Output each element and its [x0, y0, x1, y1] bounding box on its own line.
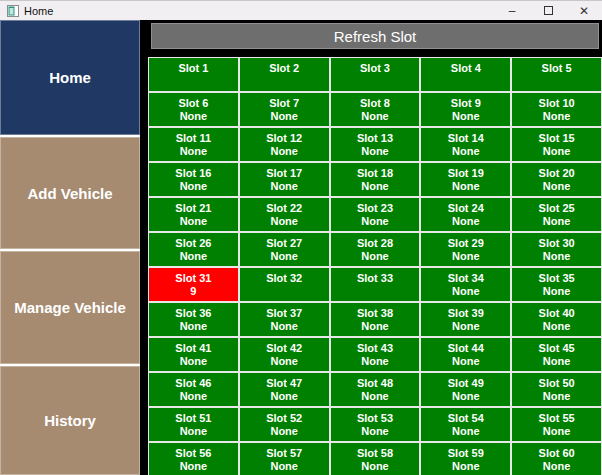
slot-button-41[interactable]: Slot 41None: [149, 338, 238, 371]
slot-value: None: [452, 285, 480, 298]
slot-value: None: [270, 390, 298, 403]
sidebar-item-home[interactable]: Home: [0, 20, 140, 135]
slot-button-13[interactable]: Slot 13None: [331, 128, 420, 161]
slot-button-10[interactable]: Slot 10None: [512, 93, 601, 126]
slot-title: Slot 23: [357, 202, 393, 215]
slot-button-25[interactable]: Slot 25None: [512, 198, 601, 231]
slot-title: Slot 8: [360, 97, 390, 110]
slot-value: None: [452, 215, 480, 228]
slot-button-37[interactable]: Slot 37None: [240, 303, 329, 336]
slot-button-7[interactable]: Slot 7None: [240, 93, 329, 126]
slot-button-9[interactable]: Slot 9None: [421, 93, 510, 126]
slot-title: Slot 40: [539, 307, 575, 320]
slot-button-11[interactable]: Slot 11None: [149, 128, 238, 161]
slot-button-20[interactable]: Slot 20None: [512, 163, 601, 196]
slot-button-29[interactable]: Slot 29None: [421, 233, 510, 266]
slot-button-1[interactable]: Slot 1: [149, 58, 238, 91]
slot-value: None: [361, 180, 389, 193]
slot-button-22[interactable]: Slot 22None: [240, 198, 329, 231]
slot-button-26[interactable]: Slot 26None: [149, 233, 238, 266]
slot-button-30[interactable]: Slot 30None: [512, 233, 601, 266]
slot-title: Slot 36: [175, 307, 211, 320]
slot-title: Slot 58: [357, 447, 393, 460]
slot-button-57[interactable]: Slot 57None: [240, 443, 329, 475]
slot-button-14[interactable]: Slot 14None: [421, 128, 510, 161]
maximize-icon: [544, 6, 553, 15]
slot-button-51[interactable]: Slot 51None: [149, 408, 238, 441]
slot-button-46[interactable]: Slot 46None: [149, 373, 238, 406]
slot-button-12[interactable]: Slot 12None: [240, 128, 329, 161]
slot-value: None: [180, 460, 208, 473]
slot-button-16[interactable]: Slot 16None: [149, 163, 238, 196]
slot-button-8[interactable]: Slot 8None: [331, 93, 420, 126]
slot-button-32[interactable]: Slot 32: [240, 268, 329, 301]
slot-button-56[interactable]: Slot 56None: [149, 443, 238, 475]
slot-button-45[interactable]: Slot 45None: [512, 338, 601, 371]
slot-button-5[interactable]: Slot 5: [512, 58, 601, 91]
slot-title: Slot 7: [269, 97, 299, 110]
slot-title: Slot 35: [539, 272, 575, 285]
sidebar-item-history[interactable]: History: [0, 366, 140, 475]
slot-title: Slot 24: [448, 202, 484, 215]
slot-button-44[interactable]: Slot 44None: [421, 338, 510, 371]
slot-button-54[interactable]: Slot 54None: [421, 408, 510, 441]
slot-button-27[interactable]: Slot 27None: [240, 233, 329, 266]
slot-button-36[interactable]: Slot 36None: [149, 303, 238, 336]
refresh-slot-button[interactable]: Refresh Slot: [151, 23, 599, 49]
slot-button-3[interactable]: Slot 3: [331, 58, 420, 91]
slot-button-40[interactable]: Slot 40None: [512, 303, 601, 336]
slot-button-33[interactable]: Slot 33: [331, 268, 420, 301]
maximize-button[interactable]: [530, 1, 566, 20]
slot-button-55[interactable]: Slot 55None: [512, 408, 601, 441]
slot-value: None: [180, 390, 208, 403]
slot-title: Slot 59: [448, 447, 484, 460]
minimize-button[interactable]: –: [494, 1, 530, 20]
slot-button-48[interactable]: Slot 48None: [331, 373, 420, 406]
slot-title: Slot 18: [357, 167, 393, 180]
slot-value: None: [452, 425, 480, 438]
slot-button-28[interactable]: Slot 28None: [331, 233, 420, 266]
slot-button-39[interactable]: Slot 39None: [421, 303, 510, 336]
slot-button-35[interactable]: Slot 35None: [512, 268, 601, 301]
sidebar-item-manage-vehicle[interactable]: Manage Vehicle: [0, 251, 140, 364]
slot-button-52[interactable]: Slot 52None: [240, 408, 329, 441]
sidebar-item-add-vehicle[interactable]: Add Vehicle: [0, 137, 140, 249]
slot-value: None: [452, 250, 480, 263]
slot-button-47[interactable]: Slot 47None: [240, 373, 329, 406]
slot-button-34[interactable]: Slot 34None: [421, 268, 510, 301]
slot-title: Slot 38: [357, 307, 393, 320]
slot-title: Slot 49: [448, 377, 484, 390]
slot-button-4[interactable]: Slot 4: [421, 58, 510, 91]
slot-value: None: [270, 250, 298, 263]
slot-button-42[interactable]: Slot 42None: [240, 338, 329, 371]
slot-button-31[interactable]: Slot 319: [149, 268, 238, 301]
slot-title: Slot 43: [357, 342, 393, 355]
slot-title: Slot 14: [448, 132, 484, 145]
slot-value: None: [180, 355, 208, 368]
slot-button-24[interactable]: Slot 24None: [421, 198, 510, 231]
slot-button-17[interactable]: Slot 17None: [240, 163, 329, 196]
slot-value: None: [452, 460, 480, 473]
slot-title: Slot 26: [175, 237, 211, 250]
slot-button-19[interactable]: Slot 19None: [421, 163, 510, 196]
slot-button-50[interactable]: Slot 50None: [512, 373, 601, 406]
slot-button-15[interactable]: Slot 15None: [512, 128, 601, 161]
slot-button-18[interactable]: Slot 18None: [331, 163, 420, 196]
slot-button-60[interactable]: Slot 60None: [512, 443, 601, 475]
close-button[interactable]: ✕: [566, 1, 602, 20]
slot-button-2[interactable]: Slot 2: [240, 58, 329, 91]
slot-value: None: [543, 250, 571, 263]
slot-button-49[interactable]: Slot 49None: [421, 373, 510, 406]
slot-button-23[interactable]: Slot 23None: [331, 198, 420, 231]
slot-button-6[interactable]: Slot 6None: [149, 93, 238, 126]
slot-value: None: [543, 215, 571, 228]
slot-button-53[interactable]: Slot 53None: [331, 408, 420, 441]
slot-button-43[interactable]: Slot 43None: [331, 338, 420, 371]
slot-title: Slot 16: [175, 167, 211, 180]
slot-value: None: [543, 145, 571, 158]
slot-button-38[interactable]: Slot 38None: [331, 303, 420, 336]
slot-button-59[interactable]: Slot 59None: [421, 443, 510, 475]
slot-button-58[interactable]: Slot 58None: [331, 443, 420, 475]
slot-button-21[interactable]: Slot 21None: [149, 198, 238, 231]
titlebar: Home – ✕: [0, 0, 602, 20]
